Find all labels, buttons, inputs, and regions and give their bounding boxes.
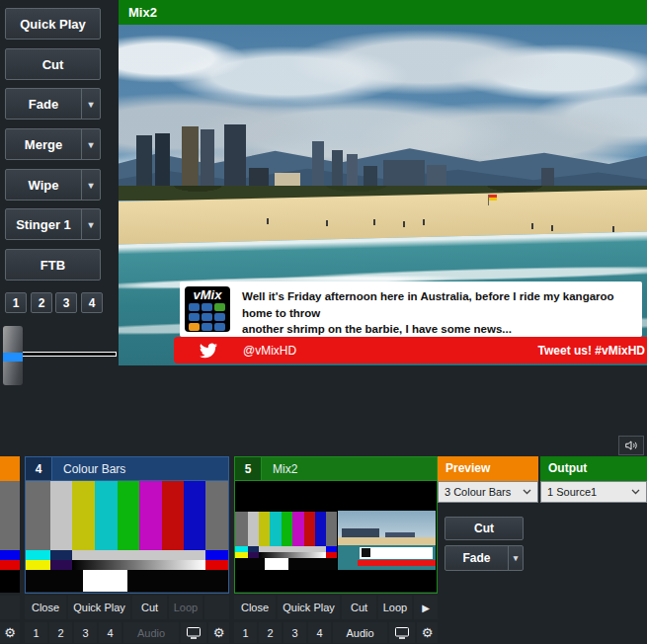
- fullscreen-monitor-icon[interactable]: [389, 622, 415, 643]
- overlay-button-1[interactable]: 1: [5, 292, 27, 313]
- input5-loop-button[interactable]: Loop: [378, 596, 412, 619]
- person: [612, 226, 614, 232]
- input4-thumbnail[interactable]: [26, 481, 228, 592]
- mix2-title: Mix2: [128, 5, 157, 20]
- input5-audio-button[interactable]: Audio: [333, 622, 387, 643]
- chevron-down-icon[interactable]: ▾: [508, 546, 523, 570]
- person: [403, 221, 405, 227]
- overlay-button-3[interactable]: 3: [55, 292, 77, 313]
- input4-overlay-3[interactable]: 3: [74, 622, 97, 643]
- input5-overlay-2[interactable]: 2: [259, 622, 282, 643]
- overlay-button-4[interactable]: 4: [81, 292, 103, 313]
- beach-flag: [489, 195, 497, 201]
- input5-overlay-1[interactable]: 1: [234, 622, 257, 643]
- chevron-down-icon[interactable]: ▾: [81, 89, 100, 119]
- mix2-video: vMix Well it's Friday afternoon here in …: [119, 25, 647, 365]
- input4-overlay-2[interactable]: 2: [49, 622, 72, 643]
- speaker-icon: [623, 439, 639, 452]
- mix-fade-button[interactable]: Fade ▾: [445, 545, 524, 571]
- stinger-button[interactable]: Stinger 1 ▾: [5, 208, 101, 240]
- preview-source-dropdown[interactable]: 3 Colour Bars: [438, 481, 538, 503]
- tweet-line1: Well it's Friday afternoon here in Austr…: [242, 288, 638, 321]
- overlay-button-2[interactable]: 2: [31, 292, 52, 313]
- wipe-button[interactable]: Wipe ▾: [5, 169, 101, 201]
- chevron-down-icon[interactable]: ▾: [81, 129, 100, 159]
- play-icon[interactable]: ▶: [414, 596, 438, 619]
- partial-input3-control[interactable]: [0, 596, 20, 619]
- merge-button[interactable]: Merge ▾: [5, 128, 101, 160]
- input4-loop-button[interactable]: Loop: [169, 596, 202, 619]
- mix-cut-button[interactable]: Cut: [445, 517, 524, 540]
- building: [224, 124, 246, 193]
- output-bus-header: Output: [540, 456, 647, 481]
- building: [155, 133, 170, 193]
- output-source-dropdown[interactable]: 1 Source1: [540, 481, 647, 503]
- colour-bars-pattern: [26, 481, 228, 592]
- building: [182, 126, 199, 193]
- gear-icon[interactable]: ⚙: [417, 622, 438, 643]
- input4-close-button[interactable]: Close: [25, 596, 66, 619]
- transition-fader-track[interactable]: [22, 352, 117, 357]
- input5-overlay-4[interactable]: 4: [308, 622, 331, 643]
- preview-bus-header: Preview: [438, 456, 538, 481]
- input5-title: Mix2: [262, 462, 297, 476]
- input4-cut-button[interactable]: Cut: [132, 596, 167, 619]
- ftb-button[interactable]: FTB: [5, 249, 101, 281]
- master-audio-button[interactable]: [618, 436, 644, 455]
- twitter-handle: @vMixHD: [243, 344, 296, 358]
- person: [326, 220, 328, 226]
- input4-quickplay-button[interactable]: Quick Play: [68, 596, 130, 619]
- fullscreen-monitor-icon[interactable]: [181, 622, 206, 643]
- input5-header[interactable]: 5 Mix2: [235, 457, 437, 481]
- twitter-icon: [200, 342, 217, 360]
- input5-panel: 5 Mix2: [234, 456, 438, 594]
- quick-play-button[interactable]: Quick Play: [5, 8, 101, 40]
- fade-button[interactable]: Fade ▾: [5, 88, 101, 120]
- input4-overlay-1[interactable]: 1: [25, 622, 47, 643]
- cut-button[interactable]: Cut: [5, 48, 101, 80]
- chevron-down-icon[interactable]: ▾: [81, 209, 100, 239]
- input5-quickplay-button[interactable]: Quick Play: [278, 596, 340, 619]
- mix-output-mini: [338, 511, 436, 570]
- input5-overlay-3[interactable]: 3: [283, 622, 306, 643]
- tweet-cta: Tweet us! #vMixHD: [538, 344, 645, 358]
- input4-overlay-4[interactable]: 4: [99, 622, 121, 643]
- input4-title: Colour Bars: [52, 462, 125, 476]
- partial-input3-header[interactable]: [0, 456, 20, 481]
- vmix-wordmark: vMix: [185, 287, 230, 302]
- input4-extra-cell[interactable]: [204, 596, 229, 619]
- person: [373, 219, 375, 225]
- input4-number: 4: [26, 457, 52, 480]
- person: [267, 218, 269, 224]
- input4-audio-button[interactable]: Audio: [123, 622, 179, 643]
- building: [201, 129, 214, 193]
- transition-fader-handle[interactable]: [3, 326, 23, 385]
- person: [423, 219, 425, 225]
- chevron-down-icon: [631, 489, 640, 495]
- gear-icon[interactable]: ⚙: [208, 622, 229, 643]
- vmix-logo: vMix: [185, 286, 230, 332]
- vmix-app: Quick Play Cut Fade ▾ Merge ▾ Wipe ▾ Sti…: [0, 0, 647, 644]
- tweet-panel: vMix Well it's Friday afternoon here in …: [180, 282, 642, 337]
- person: [551, 225, 553, 231]
- input5-close-button[interactable]: Close: [234, 596, 276, 619]
- building: [136, 135, 152, 193]
- input4-header[interactable]: 4 Colour Bars: [26, 457, 228, 481]
- mix2-monitor: Mix2: [119, 0, 647, 365]
- input5-thumbnail[interactable]: [235, 481, 437, 592]
- fader-stripe: [3, 353, 23, 362]
- input5-number: 5: [235, 457, 262, 480]
- tweet-line2: another shrimp on the barbie, I have som…: [242, 321, 638, 338]
- chevron-down-icon: [523, 489, 531, 495]
- input4-controls-row2: 1 2 3 4 Audio ⚙: [25, 622, 229, 643]
- mix2-titlebar: Mix2: [119, 0, 647, 25]
- input5-cut-button[interactable]: Cut: [342, 596, 376, 619]
- vmix-logo-grid: [189, 303, 225, 331]
- input4-panel: 4 Colour Bars: [25, 456, 229, 594]
- input4-controls-row1: Close Quick Play Cut Loop: [25, 596, 229, 619]
- partial-input3-thumbnail[interactable]: [0, 481, 20, 593]
- tweet-bar: @vMixHD Tweet us! #vMixHD: [174, 337, 647, 363]
- mix-preview-mini: [235, 512, 337, 570]
- gear-icon[interactable]: ⚙: [0, 622, 20, 643]
- chevron-down-icon[interactable]: ▾: [81, 170, 100, 200]
